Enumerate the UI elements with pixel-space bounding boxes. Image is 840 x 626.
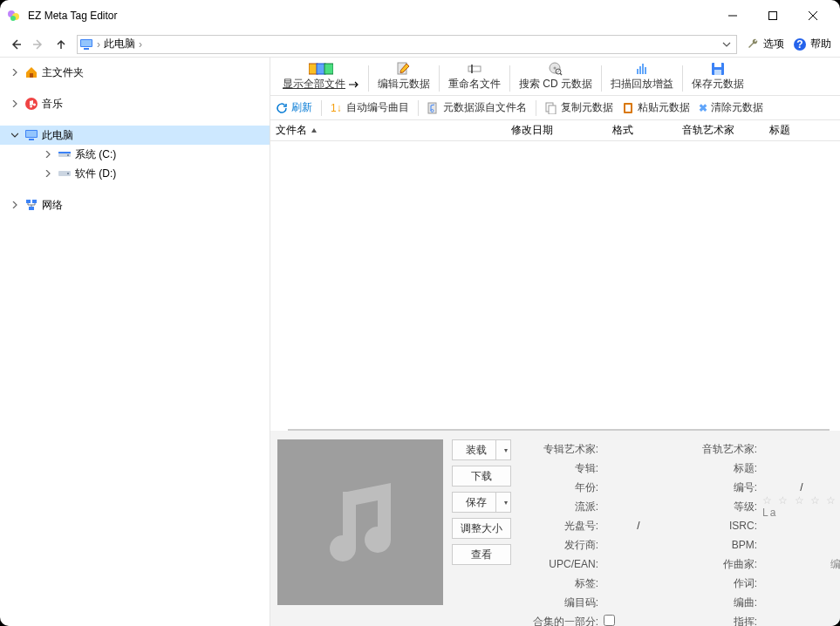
svg-point-19 bbox=[67, 154, 69, 156]
auto-number-button[interactable]: 1↓ 自动编号曲目 bbox=[331, 100, 409, 115]
value-rating[interactable]: ☆ ☆ ☆ ☆ ☆ La bbox=[762, 494, 840, 519]
address-bar[interactable]: › 此电脑 › bbox=[77, 35, 737, 54]
svg-rect-29 bbox=[468, 66, 481, 71]
address-dropdown-icon[interactable] bbox=[719, 40, 734, 49]
label-isrc: ISRC: bbox=[679, 520, 757, 532]
chevron-right-icon[interactable] bbox=[9, 66, 21, 78]
chevron-right-icon[interactable] bbox=[9, 199, 21, 211]
chevron-down-icon[interactable]: ▾ bbox=[504, 499, 508, 507]
metadata-grid: 专辑艺术家: 音轨艺术家: 专辑: 标题: 年份: 编号: / 流派: 等级: … bbox=[520, 439, 840, 617]
titlebar: EZ Meta Tag Editor bbox=[0, 0, 840, 31]
options-label: 选项 bbox=[763, 37, 784, 51]
tree-item-music[interactable]: 音乐 bbox=[0, 94, 270, 113]
wrench-icon bbox=[746, 37, 760, 51]
column-track-artist[interactable]: 音轨艺术家 bbox=[682, 123, 769, 138]
help-button[interactable]: ? 帮助 bbox=[789, 34, 835, 55]
tree-label: 系统 (C:) bbox=[75, 147, 116, 162]
label-publisher: 发行商: bbox=[520, 538, 598, 553]
tree-label: 主文件夹 bbox=[42, 65, 84, 80]
svg-point-2 bbox=[10, 16, 16, 21]
resize-art-button[interactable]: 调整大小 bbox=[452, 518, 511, 539]
breadcrumb-sep: › bbox=[139, 38, 142, 51]
clear-metadata-button[interactable]: ✖ 清除元数据 bbox=[699, 100, 763, 115]
app-window: EZ Meta Tag Editor › 此电脑 › bbox=[0, 0, 840, 626]
file-meta-icon bbox=[427, 102, 440, 114]
save-metadata-button[interactable]: 保存元数据 bbox=[685, 58, 751, 92]
copy-metadata-button[interactable]: 复制元数据 bbox=[545, 100, 613, 115]
toolbar-divider bbox=[368, 65, 369, 92]
label-bpm: BPM: bbox=[679, 539, 757, 551]
tree-item-drive-c[interactable]: 系统 (C:) bbox=[0, 145, 270, 164]
label-arranger: 编曲: bbox=[679, 595, 757, 610]
chevron-right-icon[interactable] bbox=[9, 98, 21, 110]
value-number[interactable]: / bbox=[762, 481, 840, 493]
metadata-from-filename-button[interactable]: 元数据源自文件名 bbox=[427, 100, 527, 115]
tree-label: 此电脑 bbox=[42, 128, 73, 143]
toolbar-divider bbox=[682, 65, 683, 92]
file-list-columns: 文件名 修改日期 格式 音轨艺术家 标题 bbox=[270, 120, 840, 141]
paste-metadata-button[interactable]: 粘贴元数据 bbox=[622, 100, 690, 115]
main: 显示全部文件 编辑元数据 重命名文件 搜索 CD 元数据 bbox=[270, 58, 840, 626]
view-art-button[interactable]: 查看 bbox=[452, 544, 511, 565]
album-art[interactable] bbox=[277, 439, 443, 605]
forward-button[interactable] bbox=[28, 34, 49, 55]
up-button[interactable] bbox=[51, 34, 72, 55]
chevron-right-icon[interactable] bbox=[42, 148, 54, 160]
label-year: 年份: bbox=[520, 480, 598, 495]
chevron-right-icon[interactable] bbox=[42, 167, 54, 180]
breadcrumb-root[interactable]: 此电脑 bbox=[100, 37, 139, 51]
tree-item-thispc[interactable]: 此电脑 bbox=[0, 126, 270, 145]
column-filename[interactable]: 文件名 bbox=[276, 123, 511, 138]
column-format[interactable]: 格式 bbox=[612, 123, 682, 138]
column-title[interactable]: 标题 bbox=[769, 123, 813, 138]
svg-rect-27 bbox=[324, 64, 333, 74]
svg-rect-12 bbox=[30, 73, 33, 78]
app-title: EZ Meta Tag Editor bbox=[28, 10, 118, 22]
file-list[interactable] bbox=[270, 141, 840, 429]
home-icon bbox=[24, 65, 38, 79]
search-cd-metadata-button[interactable]: 搜索 CD 元数据 bbox=[512, 58, 599, 92]
chevron-down-icon[interactable]: ▾ bbox=[504, 446, 508, 454]
toolbar-divider bbox=[536, 100, 536, 116]
svg-rect-9 bbox=[84, 48, 89, 50]
show-all-files-button[interactable]: 显示全部文件 bbox=[276, 58, 366, 92]
toolbar-divider bbox=[439, 65, 440, 92]
copy-icon bbox=[545, 102, 557, 114]
minimize-button[interactable] bbox=[713, 2, 753, 30]
close-button[interactable] bbox=[793, 2, 833, 30]
cd-search-icon bbox=[549, 61, 563, 77]
maximize-button[interactable] bbox=[753, 2, 793, 30]
label-genre: 流派: bbox=[520, 500, 598, 514]
label-tags: 标签: bbox=[520, 576, 598, 591]
gain-icon bbox=[635, 61, 649, 77]
download-art-button[interactable]: 下载 bbox=[452, 466, 511, 487]
music-icon bbox=[24, 97, 38, 111]
network-icon bbox=[24, 198, 38, 212]
options-button[interactable]: 选项 bbox=[742, 34, 788, 55]
rename-file-button[interactable]: 重命名文件 bbox=[441, 58, 508, 92]
tree-item-network[interactable]: 网络 bbox=[0, 195, 270, 214]
arrow-right-icon bbox=[349, 81, 359, 88]
album-art-buttons: 装载▾ 下载 保存▾ 调整大小 查看 bbox=[452, 439, 511, 617]
back-button[interactable] bbox=[5, 34, 26, 55]
chevron-down-icon[interactable] bbox=[9, 129, 21, 141]
value-compilation[interactable] bbox=[604, 615, 673, 626]
scan-replaygain-button[interactable]: 扫描回放增益 bbox=[604, 58, 680, 92]
value-composer[interactable]: 编 bbox=[762, 557, 840, 572]
value-disc[interactable]: / bbox=[604, 520, 673, 532]
tree-item-home[interactable]: 主文件夹 bbox=[0, 63, 270, 82]
refresh-button[interactable]: 刷新 bbox=[276, 100, 312, 115]
secondary-toolbar: 刷新 1↓ 自动编号曲目 元数据源自文件名 复制元数据 bbox=[270, 96, 840, 120]
edit-metadata-button[interactable]: 编辑元数据 bbox=[371, 58, 437, 92]
tree-item-drive-d[interactable]: 软件 (D:) bbox=[0, 164, 270, 183]
column-modified[interactable]: 修改日期 bbox=[511, 123, 612, 138]
monitor-icon bbox=[24, 128, 38, 142]
save-art-button[interactable]: 保存▾ bbox=[452, 492, 511, 513]
drive-icon bbox=[58, 147, 72, 161]
load-art-button[interactable]: 装载▾ bbox=[452, 439, 511, 460]
compilation-checkbox[interactable] bbox=[604, 615, 615, 626]
label-compilation: 合集的一部分: bbox=[520, 615, 598, 627]
main-toolbar: 显示全部文件 编辑元数据 重命名文件 搜索 CD 元数据 bbox=[270, 58, 840, 96]
svg-rect-45 bbox=[549, 105, 556, 114]
toolbar-divider bbox=[321, 100, 322, 116]
